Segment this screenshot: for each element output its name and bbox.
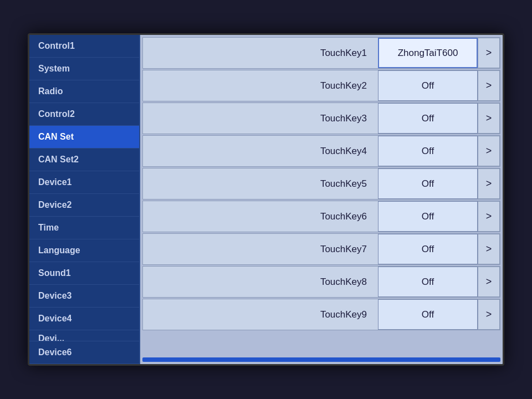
row-arrow-9[interactable]: > xyxy=(478,299,500,330)
sidebar-item-device5[interactable]: Devi... xyxy=(29,330,139,341)
sidebar-item-device3[interactable]: Device3 xyxy=(29,285,139,308)
sidebar-item-device1[interactable]: Device1 xyxy=(29,171,139,194)
row-value-6[interactable]: Off xyxy=(378,201,478,232)
settings-row-2: TouchKey2Off> xyxy=(142,70,500,101)
row-value-9[interactable]: Off xyxy=(378,299,478,330)
settings-row-7: TouchKey7Off> xyxy=(142,233,500,265)
row-label-1: TouchKey1 xyxy=(143,48,378,59)
row-label-7: TouchKey7 xyxy=(143,244,378,255)
settings-row-1: TouchKey1ZhongTaiT600> xyxy=(142,37,500,69)
settings-row-8: TouchKey8Off> xyxy=(142,266,500,298)
row-label-4: TouchKey4 xyxy=(143,146,378,157)
sidebar-item-time[interactable]: Time xyxy=(29,217,139,239)
row-arrow-8[interactable]: > xyxy=(478,267,500,297)
bottom-bar xyxy=(142,357,500,362)
sidebar-item-device6[interactable]: Device6 xyxy=(29,341,139,364)
row-label-9: TouchKey9 xyxy=(143,309,378,320)
sidebar-item-can-set[interactable]: CAN Set xyxy=(29,126,139,149)
row-value-2[interactable]: Off xyxy=(378,70,478,101)
row-label-3: TouchKey3 xyxy=(143,113,378,124)
settings-row-3: TouchKey3Off> xyxy=(142,103,500,134)
sidebar-item-radio[interactable]: Radio xyxy=(29,80,139,103)
row-arrow-7[interactable]: > xyxy=(478,234,500,264)
settings-row-4: TouchKey4Off> xyxy=(142,135,500,167)
row-value-4[interactable]: Off xyxy=(378,136,478,166)
row-value-7[interactable]: Off xyxy=(378,234,478,264)
row-arrow-1[interactable]: > xyxy=(478,38,500,68)
row-arrow-2[interactable]: > xyxy=(478,70,500,101)
settings-row-6: TouchKey6Off> xyxy=(142,201,500,232)
sidebar-item-device2[interactable]: Device2 xyxy=(29,194,139,217)
sidebar-item-language[interactable]: Language xyxy=(29,239,139,262)
row-arrow-4[interactable]: > xyxy=(478,136,500,166)
settings-row-5: TouchKey5Off> xyxy=(142,168,500,200)
row-arrow-6[interactable]: > xyxy=(478,201,500,232)
row-label-6: TouchKey6 xyxy=(143,211,378,222)
row-arrow-3[interactable]: > xyxy=(478,103,500,134)
main-screen: Control1SystemRadioControl2CAN SetCAN Se… xyxy=(28,33,504,366)
main-content: TouchKey1ZhongTaiT600>TouchKey2Off>Touch… xyxy=(140,35,503,364)
sidebar-item-device4[interactable]: Device4 xyxy=(29,308,139,330)
row-arrow-5[interactable]: > xyxy=(478,168,500,199)
settings-row-9: TouchKey9Off> xyxy=(142,299,500,330)
sidebar-item-control2[interactable]: Control2 xyxy=(29,103,139,126)
sidebar-item-system[interactable]: System xyxy=(29,58,139,80)
sidebar-item-can-set2[interactable]: CAN Set2 xyxy=(29,149,139,171)
row-label-2: TouchKey2 xyxy=(143,80,378,91)
sidebar-item-sound1[interactable]: Sound1 xyxy=(29,262,139,285)
row-value-8[interactable]: Off xyxy=(378,267,478,297)
row-label-8: TouchKey8 xyxy=(143,277,378,288)
sidebar: Control1SystemRadioControl2CAN SetCAN Se… xyxy=(29,35,140,364)
sidebar-item-control1[interactable]: Control1 xyxy=(29,35,139,58)
row-value-1[interactable]: ZhongTaiT600 xyxy=(378,38,478,68)
row-value-5[interactable]: Off xyxy=(378,168,478,199)
row-value-3[interactable]: Off xyxy=(378,103,478,134)
row-label-5: TouchKey5 xyxy=(143,178,378,190)
settings-table: TouchKey1ZhongTaiT600>TouchKey2Off>Touch… xyxy=(142,37,500,355)
